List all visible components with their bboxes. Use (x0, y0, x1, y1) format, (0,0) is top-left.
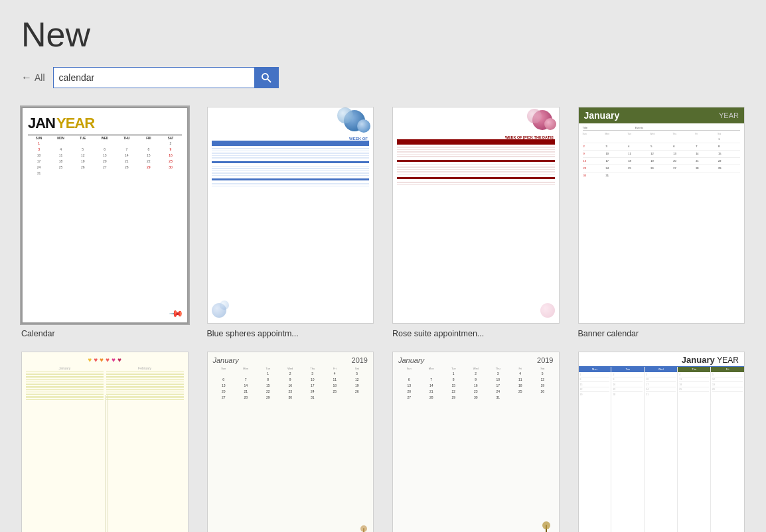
search-icon (261, 72, 271, 83)
search-button[interactable] (254, 68, 278, 88)
template-label: Blue spheres appointm... (207, 329, 299, 338)
back-link[interactable]: ← All (21, 72, 45, 84)
template-thumb-calendar: JAN YEAR SUN MON TUE WED THU FRI SAT 1 (21, 107, 189, 324)
template-item[interactable]: January YEAR Mon 1 8 15 22 29 (578, 352, 745, 532)
template-item[interactable]: WEEK OF (207, 107, 374, 338)
template-thumb-2019a: January 2019 Sun Mon Tue Wed Thu Fri Sat… (207, 352, 374, 532)
template-label: Calendar (21, 329, 55, 338)
search-row: ← All (21, 67, 745, 88)
back-label: All (35, 72, 45, 83)
search-box (53, 67, 279, 88)
template-item[interactable]: January YEAR Title Events SunMonTueWedTh… (578, 107, 745, 338)
template-thumb-rose-suite: WEEK OF [PICK THE DATE] (392, 107, 560, 324)
template-item[interactable]: January 2019 Sun Mon Tue Wed Thu Fri Sat… (207, 352, 374, 532)
template-item[interactable]: JAN YEAR SUN MON TUE WED THU FRI SAT 1 (21, 107, 189, 338)
template-thumb-blue-spheres: WEEK OF (207, 107, 374, 324)
svg-line-1 (268, 79, 271, 82)
template-thumb-banner: January YEAR Title Events SunMonTueWedTh… (578, 107, 745, 324)
template-item[interactable]: January 2019 Sun Mon Tue Wed Thu Fri Sat… (392, 352, 560, 532)
template-label: Rose suite appointmen... (392, 329, 484, 338)
page-title: New (21, 16, 745, 54)
template-thumb-2019b: January 2019 Sun Mon Tue Wed Thu Fri Sat… (392, 352, 560, 532)
template-thumb-birthday: ♥ ♥ ♥ ♥ ♥ ♥ January (21, 352, 189, 532)
template-thumb-horizontal: January YEAR Mon 1 8 15 22 29 (578, 352, 745, 532)
template-item[interactable]: ♥ ♥ ♥ ♥ ♥ ♥ January (21, 352, 189, 532)
back-arrow-icon: ← (21, 72, 32, 84)
template-item[interactable]: WEEK OF [PICK THE DATE] (392, 107, 560, 338)
templates-grid: JAN YEAR SUN MON TUE WED THU FRI SAT 1 (21, 107, 745, 532)
template-label: Banner calendar (578, 329, 639, 338)
search-input[interactable] (54, 72, 254, 83)
